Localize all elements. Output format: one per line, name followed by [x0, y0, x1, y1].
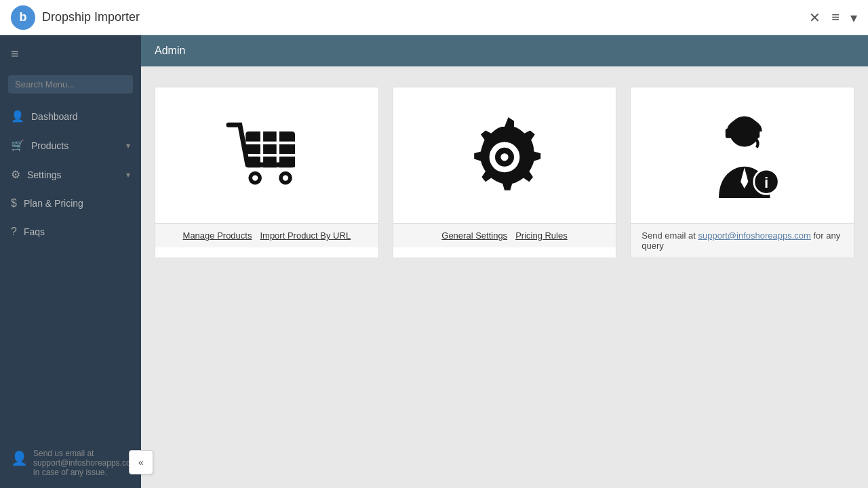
products-card-icon — [155, 87, 378, 223]
svg-point-12 — [500, 153, 508, 161]
svg-rect-14 — [725, 129, 732, 138]
sidebar-item-faqs[interactable]: ?Faqs — [0, 218, 141, 246]
dashboard-icon: 👤 — [11, 110, 24, 123]
sidebar: ≡ 👤Dashboard🛒Products▾⚙Settings▾$Plan & … — [0, 35, 141, 488]
products-icon: 🛒 — [11, 139, 24, 152]
content-header: Admin — [141, 35, 868, 66]
support-text: Send email at support@infoshoreapps.com … — [642, 230, 843, 251]
sidebar-item-label-dashboard: Dashboard — [31, 111, 78, 122]
products-card-links: Manage Products Import Product By URL — [155, 223, 378, 247]
svg-rect-0 — [246, 131, 296, 167]
svg-point-9 — [283, 175, 288, 180]
nav-items-container: 👤Dashboard🛒Products▾⚙Settings▾$Plan & Pr… — [0, 102, 141, 246]
nav-item-left: 🛒Products — [11, 139, 68, 152]
products-chevron-icon: ▾ — [126, 141, 130, 150]
pricing-rules-link[interactable]: Pricing Rules — [515, 230, 568, 241]
sidebar-item-dashboard[interactable]: 👤Dashboard — [0, 102, 141, 131]
support-agent-icon: i — [695, 108, 790, 203]
nav-item-left: 👤Dashboard — [11, 110, 78, 123]
svg-text:i: i — [764, 174, 768, 191]
settings-card: General Settings Pricing Rules — [393, 87, 617, 258]
sidebar-item-products[interactable]: 🛒Products▾ — [0, 131, 141, 160]
support-card: i Send email at support@infoshoreapps.co… — [630, 87, 854, 258]
main-layout: ≡ 👤Dashboard🛒Products▾⚙Settings▾$Plan & … — [0, 35, 868, 488]
footer-text: Send us email at support@infoshoreapps.c… — [33, 449, 138, 477]
close-icon[interactable]: ✕ — [809, 9, 821, 26]
dropdown-icon[interactable]: ▾ — [850, 9, 857, 26]
sidebar-item-settings[interactable]: ⚙Settings▾ — [0, 160, 141, 189]
sidebar-item-label-products: Products — [31, 140, 68, 151]
content-area: Admin — [141, 35, 868, 488]
app-logo: b — [11, 5, 35, 30]
support-card-links: Send email at support@infoshoreapps.com … — [631, 223, 854, 258]
collapse-sidebar-button[interactable]: « — [129, 450, 153, 474]
nav-item-left: ?Faqs — [11, 226, 45, 238]
settings-chevron-icon: ▾ — [126, 170, 130, 180]
plan-pricing-icon: $ — [11, 197, 17, 209]
general-settings-link[interactable]: General Settings — [441, 230, 507, 241]
shopping-cart-icon — [219, 108, 314, 203]
user-icon: 👤 — [11, 450, 28, 466]
manage-products-link[interactable]: Manage Products — [183, 230, 252, 241]
menu-icon[interactable]: ≡ — [831, 9, 840, 25]
sidebar-item-plan-pricing[interactable]: $Plan & Pricing — [0, 189, 141, 218]
svg-rect-15 — [753, 129, 760, 138]
settings-card-links: General Settings Pricing Rules — [393, 223, 616, 247]
gear-icon — [457, 108, 552, 203]
hamburger-button[interactable]: ≡ — [0, 35, 141, 73]
import-product-link[interactable]: Import Product By URL — [260, 230, 351, 241]
sidebar-item-label-settings: Settings — [27, 169, 62, 180]
sidebar-footer: 👤 Send us email at support@infoshoreapps… — [0, 438, 141, 488]
top-bar-right: ✕ ≡ ▾ — [809, 9, 857, 26]
content-body: Manage Products Import Product By URL — [141, 66, 868, 488]
products-card: Manage Products Import Product By URL — [155, 87, 379, 258]
logo-letter: b — [20, 10, 27, 24]
search-menu-input[interactable] — [8, 75, 133, 94]
top-bar: b Dropship Importer ✕ ≡ ▾ — [0, 0, 868, 35]
settings-card-icon — [393, 87, 616, 223]
app-title: Dropship Importer — [42, 10, 140, 24]
svg-point-7 — [252, 175, 258, 180]
sidebar-item-label-faqs: Faqs — [24, 226, 45, 237]
support-card-icon: i — [631, 87, 854, 223]
settings-icon: ⚙ — [11, 168, 20, 181]
cards-row: Manage Products Import Product By URL — [155, 87, 854, 258]
nav-item-left: $Plan & Pricing — [11, 197, 83, 209]
sidebar-item-label-plan-pricing: Plan & Pricing — [24, 198, 83, 209]
support-email-link[interactable]: support@infoshoreapps.com — [698, 230, 810, 241]
faqs-icon: ? — [11, 226, 17, 238]
top-bar-left: b Dropship Importer — [11, 5, 140, 30]
admin-title: Admin — [155, 45, 185, 56]
nav-item-left: ⚙Settings — [11, 168, 62, 181]
